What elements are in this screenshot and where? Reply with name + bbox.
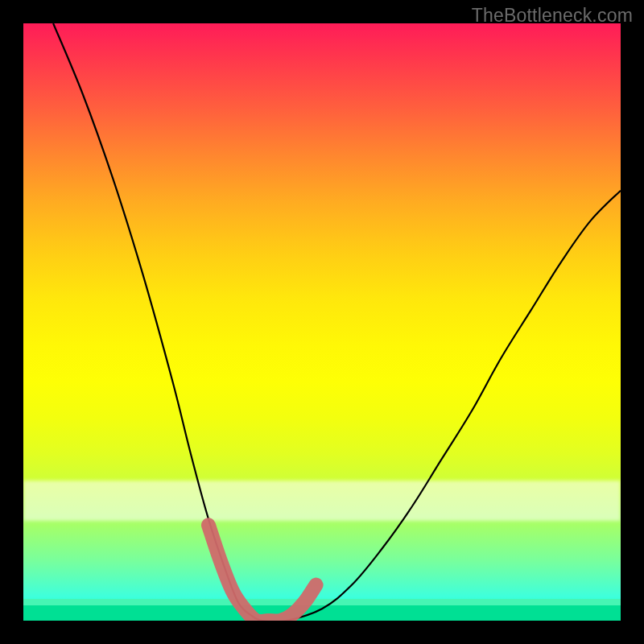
bottleneck-curve (53, 23, 621, 621)
watermark-text: TheBottleneck.com (472, 5, 633, 27)
chart-frame: TheBottleneck.com (0, 0, 644, 644)
plot-area (23, 23, 621, 621)
curve-layer (23, 23, 621, 621)
highlighted-bottom-segment (208, 525, 316, 621)
